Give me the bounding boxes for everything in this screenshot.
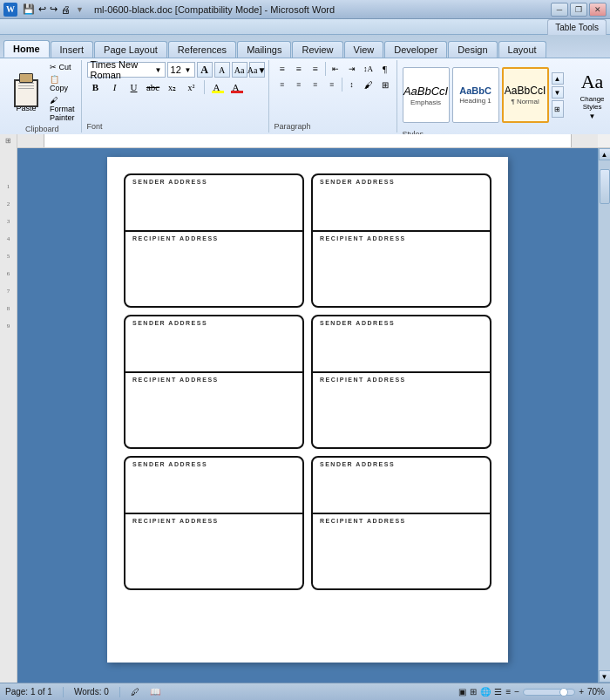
tab-layout[interactable]: Layout bbox=[498, 41, 546, 58]
font-row1: Times New Roman ▼ 12 ▼ A A Aa Aa▼ bbox=[87, 62, 265, 78]
scroll-up-button[interactable]: ▲ bbox=[599, 148, 611, 160]
recipient-address-text-4: RECIPIENT ADDRESS bbox=[320, 377, 406, 383]
view-outline-button[interactable]: ☰ bbox=[494, 687, 502, 697]
subscript-button[interactable]: x₂ bbox=[164, 79, 181, 95]
paragraph-label: Paragraph bbox=[274, 120, 311, 131]
line-spacing-button[interactable]: ↕ bbox=[344, 78, 360, 92]
align-right-button[interactable]: ≡ bbox=[308, 78, 323, 92]
label-recipient-1[interactable]: RECIPIENT ADDRESS bbox=[125, 232, 302, 306]
zoom-in-button[interactable]: + bbox=[579, 687, 584, 697]
styles-up-button[interactable]: ▲ bbox=[552, 72, 564, 85]
tab-review[interactable]: Review bbox=[292, 41, 342, 58]
align-center-button[interactable]: ≡ bbox=[291, 78, 307, 92]
view-print-button[interactable]: ▣ bbox=[458, 687, 466, 697]
font-size-select[interactable]: 12 ▼ bbox=[167, 62, 195, 78]
quick-save-icon[interactable]: 💾 bbox=[23, 3, 35, 15]
cut-button[interactable]: ✂ Cut bbox=[47, 62, 78, 72]
font-name-arrow[interactable]: ▼ bbox=[155, 66, 162, 74]
tab-page-layout[interactable]: Page Layout bbox=[94, 41, 167, 58]
change-case-button[interactable]: Aa▼ bbox=[249, 62, 265, 78]
restore-button[interactable]: ❐ bbox=[570, 3, 587, 17]
tab-design[interactable]: Design bbox=[448, 41, 497, 58]
tab-home[interactable]: Home bbox=[3, 40, 50, 58]
ribbon-tabs: Home Insert Page Layout References Maili… bbox=[0, 35, 610, 58]
shading-button[interactable]: 🖌 bbox=[361, 78, 376, 92]
font-grow-button[interactable]: A bbox=[197, 62, 213, 78]
zoom-thumb[interactable] bbox=[559, 688, 568, 697]
label-sender-2[interactable]: SENDER ADDRESS bbox=[313, 175, 490, 232]
label-sender-6[interactable]: SENDER ADDRESS bbox=[313, 458, 490, 514]
table-tools-label: Table Tools bbox=[547, 19, 607, 35]
paste-button[interactable]: Paste bbox=[7, 71, 45, 114]
view-web-button[interactable]: 🌐 bbox=[480, 687, 491, 697]
label-recipient-5[interactable]: RECIPIENT ADDRESS bbox=[125, 514, 302, 588]
styles-down-button[interactable]: ▼ bbox=[552, 86, 564, 99]
style-emphasis-label: Emphasis bbox=[410, 99, 441, 106]
style-emphasis[interactable]: AaBbCcI Emphasis bbox=[403, 67, 450, 123]
label-pair-5: SENDER ADDRESS RECIPIENT ADDRESS bbox=[124, 456, 304, 590]
tab-insert[interactable]: Insert bbox=[51, 41, 94, 58]
quick-undo-icon[interactable]: ↩ bbox=[38, 3, 46, 15]
numbering-button[interactable]: ≡ bbox=[291, 62, 307, 76]
paragraph-group: ≡ ≡ ≡ ⇤ ⇥ ↕A ¶ ≡ ≡ ≡ ≡ ↕ 🖌 ⊞ Paragraph bbox=[271, 60, 397, 133]
style-heading1[interactable]: AaBbC Heading 1 bbox=[452, 67, 499, 123]
quick-redo-icon[interactable]: ↪ bbox=[50, 3, 58, 15]
font-name-select[interactable]: Times New Roman ▼ bbox=[87, 62, 166, 78]
clear-format-button[interactable]: Aa bbox=[232, 62, 247, 78]
view-full-button[interactable]: ⊞ bbox=[470, 687, 477, 697]
border-button[interactable]: ⊞ bbox=[377, 78, 393, 92]
align-left-button[interactable]: ≡ bbox=[274, 78, 290, 92]
font-color-button[interactable]: A bbox=[227, 79, 245, 95]
bullets-button[interactable]: ≡ bbox=[274, 62, 290, 76]
close-button[interactable]: ✕ bbox=[589, 3, 607, 17]
tab-references[interactable]: References bbox=[168, 41, 236, 58]
view-draft-button[interactable]: ≡ bbox=[505, 687, 511, 697]
label-sender-4[interactable]: SENDER ADDRESS bbox=[313, 316, 490, 373]
label-sender-1[interactable]: SENDER ADDRESS bbox=[125, 175, 302, 232]
copy-button[interactable]: 📋 Copy bbox=[47, 74, 78, 93]
ruler-track bbox=[17, 134, 598, 147]
styles-expand-button[interactable]: ⊞ bbox=[552, 100, 564, 118]
label-sender-3[interactable]: SENDER ADDRESS bbox=[125, 316, 302, 373]
page-count-text: Page: 1 of 1 bbox=[5, 687, 52, 697]
decrease-indent-button[interactable]: ⇤ bbox=[328, 62, 343, 76]
tab-view[interactable]: View bbox=[344, 41, 384, 58]
label-recipient-3[interactable]: RECIPIENT ADDRESS bbox=[125, 373, 302, 447]
scroll-thumb[interactable] bbox=[600, 169, 610, 204]
strikethrough-button[interactable]: abc bbox=[145, 79, 162, 95]
multilevel-button[interactable]: ≡ bbox=[308, 62, 323, 76]
justify-button[interactable]: ≡ bbox=[324, 78, 340, 92]
label-recipient-6[interactable]: RECIPIENT ADDRESS bbox=[313, 514, 490, 588]
format-painter-button[interactable]: 🖌 Format Painter bbox=[47, 95, 78, 123]
font-shrink-button[interactable]: A bbox=[214, 62, 230, 78]
change-styles-button[interactable]: Aa ChangeStyles ▼ bbox=[570, 65, 610, 125]
show-marks-button[interactable]: ¶ bbox=[377, 62, 393, 76]
scroll-track[interactable] bbox=[599, 160, 611, 670]
superscript-button[interactable]: x² bbox=[183, 79, 200, 95]
bold-button[interactable]: B bbox=[87, 79, 105, 95]
quick-print-icon[interactable]: 🖨 bbox=[61, 4, 71, 15]
word-count: Words: 0 bbox=[74, 687, 109, 697]
window-controls: ─ ❐ ✕ bbox=[551, 3, 607, 17]
increase-indent-button[interactable]: ⇥ bbox=[344, 62, 360, 76]
label-recipient-2[interactable]: RECIPIENT ADDRESS bbox=[313, 232, 490, 306]
zoom-slider[interactable] bbox=[523, 689, 575, 696]
minimize-button[interactable]: ─ bbox=[551, 3, 568, 17]
zoom-out-button[interactable]: − bbox=[514, 687, 519, 697]
tab-developer[interactable]: Developer bbox=[384, 41, 447, 58]
content-area: 1 2 3 4 5 6 7 8 9 SENDER ADDRESS bbox=[0, 148, 610, 683]
font-size-arrow[interactable]: ▼ bbox=[185, 66, 192, 74]
sort-button[interactable]: ↕A bbox=[361, 62, 376, 76]
document-scroll-area[interactable]: SENDER ADDRESS RECIPIENT ADDRESS SENDER … bbox=[17, 148, 598, 683]
tab-mailings[interactable]: Mailings bbox=[237, 41, 291, 58]
underline-button[interactable]: U bbox=[125, 79, 143, 95]
zoom-percentage[interactable]: 70% bbox=[587, 687, 605, 697]
scroll-down-button[interactable]: ▼ bbox=[599, 670, 611, 683]
label-sender-5[interactable]: SENDER ADDRESS bbox=[125, 458, 302, 514]
scrollbar-vertical[interactable]: ▲ ▼ bbox=[598, 148, 610, 683]
sender-address-text-6: SENDER ADDRESS bbox=[320, 461, 395, 467]
label-recipient-4[interactable]: RECIPIENT ADDRESS bbox=[313, 373, 490, 447]
highlight-button[interactable]: A bbox=[208, 79, 226, 95]
italic-button[interactable]: I bbox=[106, 79, 124, 95]
style-normal[interactable]: AaBbCcI ¶ Normal bbox=[502, 67, 549, 123]
